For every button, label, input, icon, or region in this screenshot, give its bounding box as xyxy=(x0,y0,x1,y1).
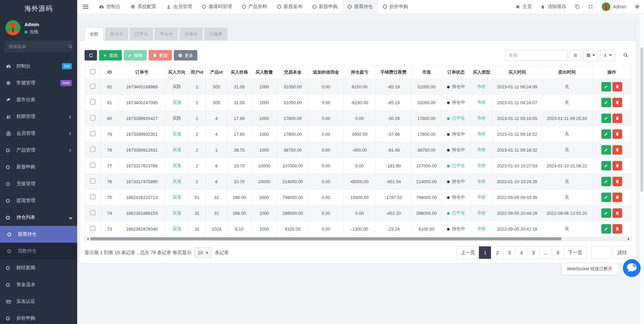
row-edit-button[interactable] xyxy=(601,193,611,202)
export-button[interactable] xyxy=(600,50,615,61)
row-edit-button[interactable] xyxy=(601,145,611,155)
row-edit-button[interactable] xyxy=(601,114,611,123)
tab-5[interactable]: 已撤单 xyxy=(204,28,228,41)
search-toggle-button[interactable] xyxy=(620,50,632,61)
sidebar-item-permission-mgmt[interactable]: 权限管理 xyxy=(0,108,77,125)
toggle-view-button[interactable] xyxy=(569,50,581,61)
scrollbar-thumb[interactable] xyxy=(90,237,561,240)
hamburger-menu-icon[interactable] xyxy=(77,0,94,13)
row-checkbox[interactable] xyxy=(90,147,95,152)
sidebar-item-index-position[interactable]: 指数持仓 xyxy=(0,243,77,259)
nav-item-discount-subscribe[interactable]: 折价申购 xyxy=(378,0,413,13)
sidebar-search-input[interactable] xyxy=(9,44,68,49)
page-button-4[interactable]: 4 xyxy=(515,246,528,259)
page-button-8[interactable]: 8 xyxy=(552,246,564,259)
row-edit-button[interactable] xyxy=(601,129,611,139)
page-button-2[interactable]: 2 xyxy=(491,246,503,259)
row-delete-button[interactable] xyxy=(612,82,622,91)
nav-item-dashboard[interactable]: 控制台 xyxy=(94,0,126,13)
chat-bubble-button[interactable] xyxy=(623,259,641,277)
row-checkbox[interactable] xyxy=(90,210,95,215)
row-delete-button[interactable] xyxy=(612,98,622,107)
nav-item-system-config[interactable]: 系统配置 xyxy=(126,0,161,13)
edit-button[interactable]: 编辑 xyxy=(124,50,147,60)
sidebar-item-dashboard[interactable]: 控制台hot xyxy=(0,58,77,75)
row-delete-button[interactable] xyxy=(612,161,622,170)
tab-4[interactable]: 挂单中 xyxy=(180,28,203,41)
row-delete-button[interactable] xyxy=(612,208,622,218)
row-delete-button[interactable] xyxy=(612,224,622,234)
page-button-3[interactable]: 3 xyxy=(503,246,515,259)
page-button-上一页[interactable]: 上一页 xyxy=(456,246,479,259)
page-button-5[interactable]: 5 xyxy=(527,246,540,259)
add-button[interactable]: 添加 xyxy=(99,50,122,60)
row-delete-button[interactable] xyxy=(612,129,622,139)
horizontal-scrollbar[interactable] xyxy=(85,237,632,241)
sidebar-item-general-mgmt[interactable]: 常规管理new xyxy=(0,75,77,91)
sidebar-item-withdraw-mgmt[interactable]: 提现管理 xyxy=(0,192,77,209)
vertical-scrollbar[interactable] xyxy=(639,14,644,324)
table-search-input[interactable] xyxy=(505,50,567,61)
row-delete-button[interactable] xyxy=(612,145,622,155)
row-edit-button[interactable] xyxy=(601,208,611,218)
sidebar-item-product-mgmt[interactable]: 产品管理 xyxy=(0,142,77,159)
tab-2[interactable]: 已平仓 xyxy=(130,28,153,41)
user-menu[interactable]: Admin xyxy=(597,2,631,11)
sidebar-search[interactable] xyxy=(5,41,72,52)
row-checkbox[interactable] xyxy=(90,84,95,89)
row-checkbox[interactable] xyxy=(90,178,95,184)
page-size-select[interactable]: 10 xyxy=(194,247,212,258)
sidebar-item-recharge-mgmt[interactable]: 充值管理 xyxy=(0,175,77,192)
nav-item-invite-code[interactable]: 邀请码管理 xyxy=(197,0,237,13)
tab-0[interactable]: 全部 xyxy=(85,28,103,41)
sidebar-item-finance-news[interactable]: 财经新闻 xyxy=(0,259,77,276)
page-button-...[interactable]: ... xyxy=(539,246,552,259)
nav-item-ipo-publish[interactable]: 新股发布 xyxy=(272,0,307,13)
scroll-left-arrow-icon[interactable] xyxy=(85,237,90,241)
sidebar-item-fund-flow[interactable]: 资金流水 xyxy=(0,276,77,293)
page-button-1[interactable]: 1 xyxy=(479,246,491,259)
row-delete-button[interactable] xyxy=(612,114,622,123)
row-checkbox[interactable] xyxy=(90,163,95,168)
sidebar-item-market-category[interactable]: 股市分类 xyxy=(0,91,77,108)
delete-button[interactable]: 删除 xyxy=(149,50,172,60)
home-button[interactable]: 主页 xyxy=(511,4,536,10)
nav-item-stock-position[interactable]: 股票持仓 xyxy=(343,0,378,13)
sidebar-item-discount-subscribe[interactable]: 折价申购 xyxy=(0,310,77,324)
sidebar-item-position-list[interactable]: 持仓列表 xyxy=(0,209,77,226)
columns-button[interactable] xyxy=(583,50,598,61)
nav-item-member-mgmt[interactable]: 会员管理 xyxy=(161,0,197,13)
row-checkbox[interactable] xyxy=(90,131,95,136)
settings-button[interactable] xyxy=(631,4,644,9)
tab-3[interactable]: 平仓中 xyxy=(155,28,178,41)
row-edit-button[interactable] xyxy=(601,98,611,107)
row-edit-button[interactable] xyxy=(601,82,611,91)
page-jump-button[interactable]: 跳转 xyxy=(613,246,632,259)
select-all-checkbox[interactable] xyxy=(90,69,95,74)
sidebar-item-ipo-subscribe[interactable]: 新股申购 xyxy=(0,159,77,175)
nav-item-product-info[interactable]: 产品资料 xyxy=(237,0,272,13)
refresh-button[interactable] xyxy=(85,50,97,60)
row-checkbox[interactable] xyxy=(90,99,95,105)
sidebar-item-real-name-auth[interactable]: 实名认证 xyxy=(0,293,77,310)
more-button[interactable]: 更多 xyxy=(174,50,197,60)
page-jump-input[interactable] xyxy=(591,246,610,259)
row-delete-button[interactable] xyxy=(612,177,622,186)
scrollbar-thumb[interactable] xyxy=(640,47,643,192)
row-edit-button[interactable] xyxy=(601,161,611,170)
tab-1[interactable]: 持仓中 xyxy=(105,28,128,41)
row-delete-button[interactable] xyxy=(612,193,622,202)
row-checkbox[interactable] xyxy=(90,115,95,120)
row-edit-button[interactable] xyxy=(601,224,611,234)
row-checkbox[interactable] xyxy=(90,226,95,231)
row-checkbox[interactable] xyxy=(90,194,95,199)
scroll-right-arrow-icon[interactable] xyxy=(626,237,631,241)
row-edit-button[interactable] xyxy=(601,177,611,186)
clear-cache-button[interactable]: 清除缓存 xyxy=(536,4,571,10)
fullscreen-button[interactable] xyxy=(584,4,597,9)
sidebar-item-stock-position[interactable]: 股票持仓 xyxy=(0,226,77,243)
copy-button[interactable] xyxy=(571,4,584,9)
nav-item-ipo-subscribe[interactable]: 新股申购 xyxy=(307,0,343,13)
sidebar-item-member-mgmt[interactable]: 会员管理 xyxy=(0,125,77,142)
page-button-下一页[interactable]: 下一页 xyxy=(564,246,587,259)
